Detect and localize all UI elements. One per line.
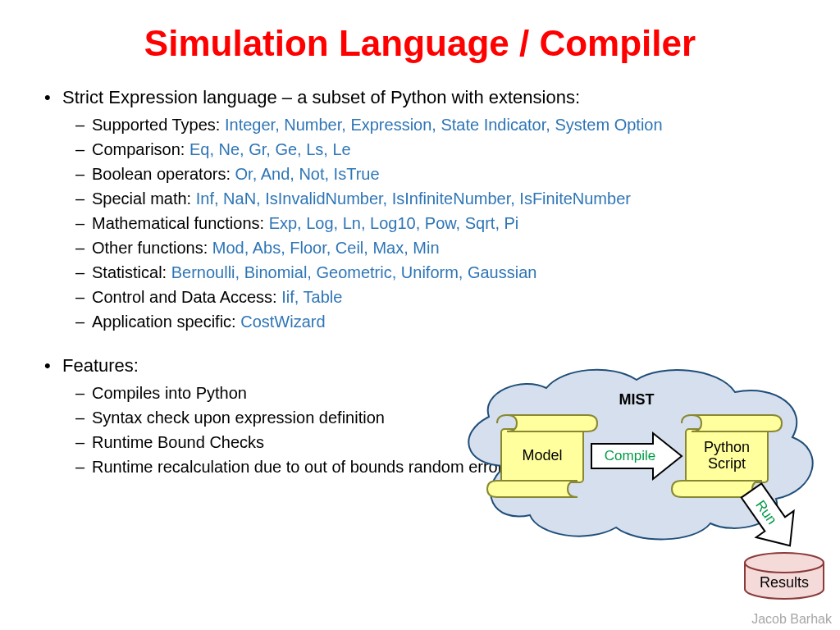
sub-comparison: Comparison: Eq, Ne, Gr, Ge, Ls, Le [62,137,801,162]
sub-control: Control and Data Access: Iif, Table [62,285,801,309]
main-bullet-1: Strict Expression language – a subset of… [39,84,801,334]
svg-text:Python: Python [704,439,750,455]
sub-boolean: Boolean operators: Or, And, Not, IsTrue [62,162,801,186]
svg-point-11 [745,553,824,573]
cloud-label: MIST [619,391,655,408]
sub-statistical: Statistical: Bernoulli, Binomial, Geomet… [62,260,801,285]
sub-math-func: Mathematical functions: Exp, Log, Ln, Lo… [62,211,801,235]
svg-text:Model: Model [522,447,562,463]
sub-app-specific: Application specific: CostWizard [62,309,801,334]
svg-text:Script: Script [708,455,746,472]
sub-types: Supported Types: Integer, Number, Expres… [62,112,801,137]
svg-text:Results: Results [760,574,809,591]
slide-title: Simulation Language / Compiler [0,0,840,84]
author-credit: Jacob Barhak [751,612,832,627]
sub-special-math: Special math: Inf, NaN, IsInvalidNumber,… [62,186,801,211]
sub-other-func: Other functions: Mod, Abs, Floor, Ceil, … [62,235,801,260]
db-results: Results [745,553,824,599]
diagram: MIST Model Python Script Compile Run Res… [448,359,825,614]
main-bullet-2-text: Features: [62,355,139,376]
main-bullet-1-text: Strict Expression language – a subset of… [62,87,580,107]
svg-text:Compile: Compile [605,448,655,463]
